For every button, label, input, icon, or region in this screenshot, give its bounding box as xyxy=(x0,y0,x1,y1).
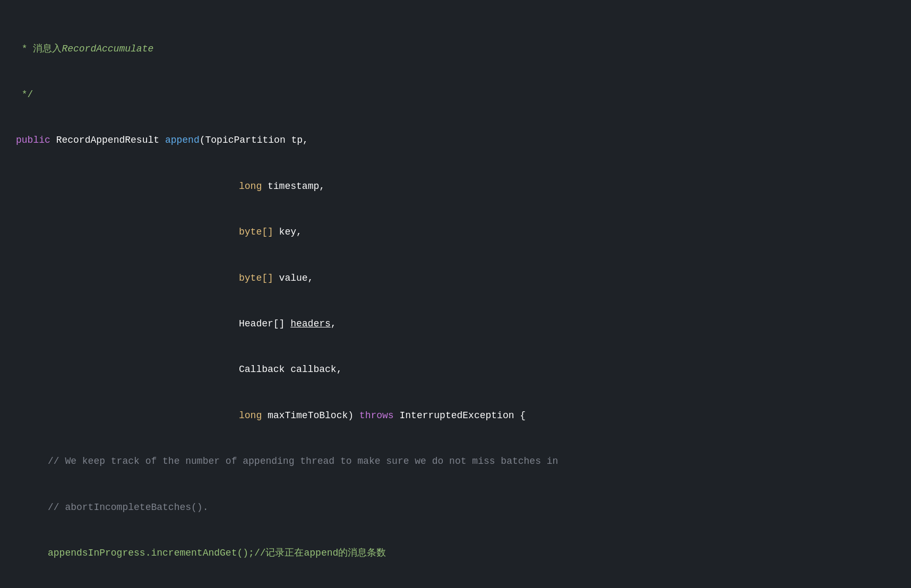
exception-type: InterruptedException { xyxy=(394,410,526,421)
comment-record: //记录正在append的消息条数 xyxy=(254,548,386,558)
line-comment2: */ xyxy=(16,87,895,102)
return-type: RecordAppendResult xyxy=(56,135,159,145)
param-header-type: Header[] headers, xyxy=(239,318,337,329)
kw-public: public xyxy=(16,135,50,145)
line-method-sig: public RecordAppendResult append(TopicPa… xyxy=(16,133,895,148)
comment-track: // We keep track of the number of append… xyxy=(48,456,558,466)
comment-abort: // abortIncompleteBatches(). xyxy=(48,502,208,513)
param-timestamp: timestamp, xyxy=(262,181,325,192)
line-comment1: * 消息入RecordAccumulate xyxy=(16,41,895,57)
kw-long: long xyxy=(239,181,262,192)
kw-long2: long xyxy=(239,410,262,421)
line-appends: appendsInProgress.incrementAndGet();//记录… xyxy=(16,546,895,561)
appends-progress: appendsInProgress.incrementAndGet(); xyxy=(48,548,254,558)
line-param4: Header[] headers, xyxy=(16,316,895,332)
kw-byte2: byte[] xyxy=(239,273,273,283)
param-key: key, xyxy=(273,227,302,237)
line-comment3: // We keep track of the number of append… xyxy=(16,454,895,469)
kw-byte1: byte[] xyxy=(239,227,273,237)
comment-close: */ xyxy=(16,89,33,100)
kw-throws: throws xyxy=(359,410,394,421)
line-comment4: // abortIncompleteBatches(). xyxy=(16,500,895,515)
method-name: append xyxy=(165,135,200,145)
line-param1: long timestamp, xyxy=(16,179,895,194)
comment-text: * 消息入RecordAccumulate xyxy=(16,44,153,54)
paren-open: (TopicPartition tp, xyxy=(200,135,308,145)
code-editor: * 消息入RecordAccumulate */ public RecordAp… xyxy=(16,11,895,588)
param-callback: Callback callback, xyxy=(239,364,342,375)
line-param5: Callback callback, xyxy=(16,362,895,377)
line-param3: byte[] value, xyxy=(16,271,895,286)
param-maxtimetoblock: maxTimeToBlock) xyxy=(262,410,359,421)
param-value: value, xyxy=(273,273,314,283)
line-param2: byte[] key, xyxy=(16,224,895,240)
line-param6: long maxTimeToBlock) throws InterruptedE… xyxy=(16,408,895,423)
